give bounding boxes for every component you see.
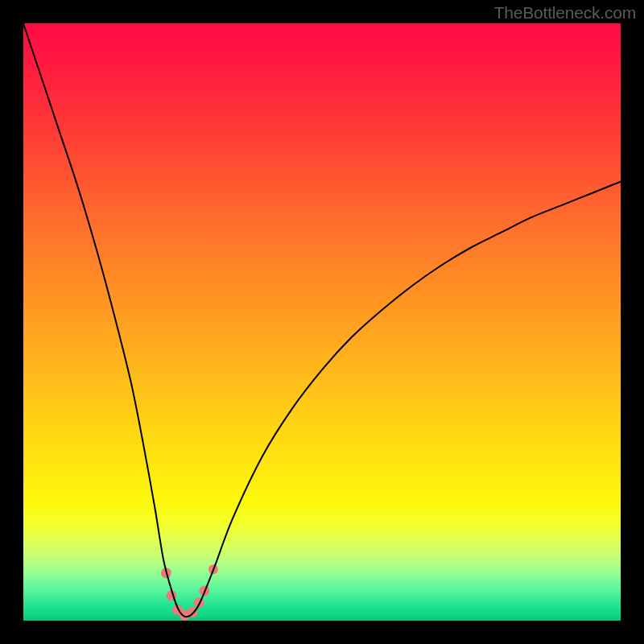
plot-area xyxy=(23,23,621,621)
chart-stage: TheBottleneck.com xyxy=(0,0,644,644)
gradient-background xyxy=(23,23,621,621)
attribution-label: TheBottleneck.com xyxy=(494,3,636,23)
